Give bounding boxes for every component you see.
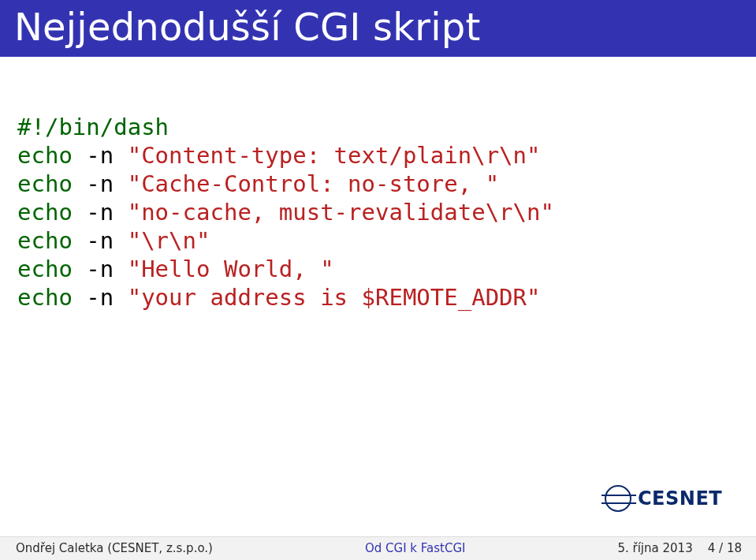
footer-date: 5. října 2013 4 / 18 (617, 541, 756, 555)
code-cmd: echo (17, 170, 73, 197)
slide-body: #!/bin/dash echo -n "Content-type: text/… (0, 57, 756, 312)
code-cmd: echo (17, 142, 73, 169)
code-flag: -n (86, 170, 114, 197)
code-flag: -n (86, 256, 114, 282)
code-string: "your address is $REMOTE_ADDR" (128, 284, 541, 311)
code-string: "Cache-Control: no-store, " (128, 170, 499, 197)
cesnet-logo: CESNET (605, 480, 731, 517)
code-string: "no-cache, must-revalidate\r\n" (128, 199, 554, 226)
code-cmd: echo (17, 227, 73, 254)
code-string: "Hello World, " (128, 256, 334, 282)
code-string: "Content-type: text/plain\r\n" (128, 142, 541, 169)
footer-page: 4 / 18 (708, 541, 742, 555)
slide-title: Nejjednodušší CGI skript (14, 5, 742, 49)
title-bar: Nejjednodušší CGI skript (0, 0, 756, 57)
footer-talk: Od CGI k FastCGI (213, 541, 618, 555)
slide: Nejjednodušší CGI skript #!/bin/dash ech… (0, 0, 756, 560)
code-string: "\r\n" (128, 227, 210, 254)
code-flag: -n (86, 227, 114, 254)
footer-author: Ondřej Caletka (CESNET, z.s.p.o.) (0, 541, 213, 555)
cesnet-logo-text: CESNET (638, 487, 722, 510)
code-flag: -n (86, 199, 114, 226)
code-cmd: echo (17, 256, 73, 282)
code-block: #!/bin/dash echo -n "Content-type: text/… (17, 114, 739, 312)
code-shebang: #!/bin/dash (17, 114, 169, 140)
code-cmd: echo (17, 284, 73, 311)
code-cmd: echo (17, 199, 73, 226)
footer: Ondřej Caletka (CESNET, z.s.p.o.) Od CGI… (0, 536, 756, 560)
cesnet-logo-icon (605, 485, 631, 512)
code-flag: -n (86, 284, 114, 311)
code-flag: -n (86, 142, 114, 169)
footer-date-text: 5. října 2013 (617, 541, 692, 555)
